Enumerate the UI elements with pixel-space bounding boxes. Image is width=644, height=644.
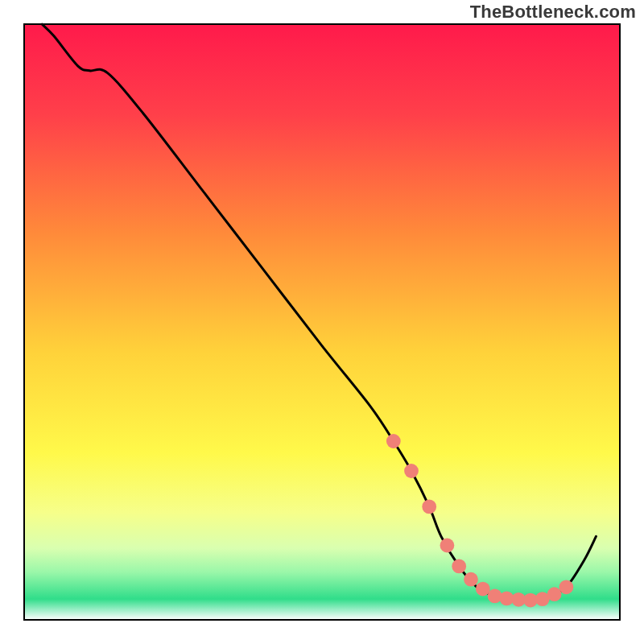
bottleneck-chart bbox=[0, 0, 644, 644]
marker-point bbox=[440, 539, 455, 553]
marker-point bbox=[488, 589, 502, 604]
marker-point bbox=[422, 500, 436, 514]
marker-point bbox=[559, 580, 574, 594]
marker-point bbox=[547, 587, 562, 601]
chart-stage: TheBottleneck.com bbox=[0, 0, 644, 644]
marker-point bbox=[452, 559, 466, 574]
marker-point bbox=[404, 464, 419, 478]
marker-point bbox=[476, 582, 490, 597]
marker-point bbox=[386, 434, 401, 448]
marker-point bbox=[464, 572, 478, 587]
plot-background bbox=[24, 24, 620, 620]
